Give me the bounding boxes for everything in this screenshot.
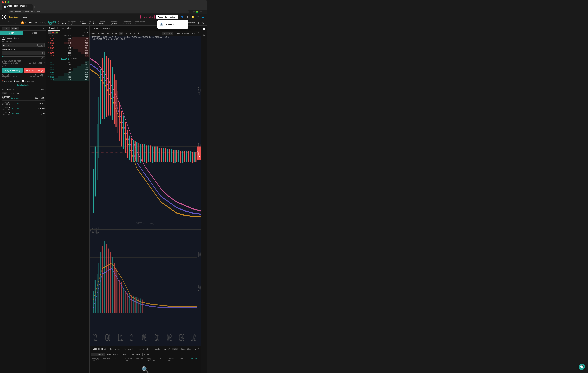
amount-down-btn[interactable]: ▼ <box>42 53 43 55</box>
bots-tab[interactable]: Bots (7) <box>162 347 171 351</box>
limit-tab[interactable]: Limit <box>1 36 5 40</box>
bid-row[interactable]: 17,013.6 1.26 7.25 <box>46 76 89 78</box>
5m-btn[interactable]: 5m <box>101 32 104 35</box>
chart-fullscreen-icon[interactable]: ⛶ <box>196 32 199 35</box>
mover-item[interactable]: ETH/USDT 12/06, 13:40 Large buy 610,893 <box>1 106 45 111</box>
chart-candle-icon[interactable]: 🕯 <box>125 32 128 35</box>
window-icon[interactable]: ▭ <box>200 11 202 13</box>
go-live-btn[interactable]: Go to live trading <box>0 83 46 87</box>
active-browser-tab[interactable]: 📊 17,019.2 BTCUSDT1209 | Buy... ✕ <box>2 4 33 10</box>
stop-tab[interactable]: Stop ▾ <box>14 37 19 39</box>
bottom-expand-icon[interactable]: ⊞ <box>198 348 199 350</box>
chart-draw-icon[interactable]: ✏ <box>133 32 136 35</box>
amount-slider-track[interactable] <box>1 56 45 57</box>
ask-row[interactable]: 17,018.2 0.69 2.69 <box>46 49 89 52</box>
ask-row[interactable]: 17,019.2 0.81 4.65 <box>46 44 89 47</box>
book-size-both[interactable]: ⬛ <box>48 31 51 34</box>
tab-close-btn[interactable]: ✕ <box>30 6 31 8</box>
forward-btn[interactable]: › <box>4 11 4 13</box>
right-icon-1[interactable]: 📋 <box>202 27 206 31</box>
close-window-btn[interactable] <box>2 1 4 3</box>
bid-row[interactable]: 17,011.8 1.28 8.53 <box>46 78 89 81</box>
bbo-btn[interactable]: BBO <box>38 44 43 46</box>
open-orders-tab[interactable]: Open orders (0) <box>91 347 107 351</box>
address-bar[interactable]: okx.com/trade-futures/btc-usdt-221209 <box>9 10 189 13</box>
mover-item[interactable]: KNC/USDT 12/06, 13:41 Large buy 369,587,… <box>1 95 45 101</box>
1w-btn[interactable]: 1W <box>119 32 123 35</box>
menu-icon[interactable]: ⋮ <box>203 11 205 13</box>
bid-row[interactable]: 17,015.0 1.23 5.99 <box>46 73 89 76</box>
mover-item[interactable]: ETH/USDT 12/06, 13:40 Large buy 513,522 <box>1 111 45 116</box>
tpsl-checkbox[interactable] <box>1 65 3 66</box>
position-history-tab[interactable]: Position history <box>136 347 152 351</box>
4h-btn[interactable]: 4h <box>115 32 118 35</box>
my-assets-item[interactable]: 🏦 My assets <box>158 21 188 27</box>
more-btn[interactable]: More › <box>40 89 45 90</box>
book-decimals[interactable]: 0.1 ▾ <box>84 32 88 33</box>
mover-item[interactable]: YFII/USDT 12/06, 13:41 Large buy 66,622 <box>1 101 45 106</box>
user-icon-btn[interactable]: 👤 <box>180 15 184 18</box>
position-builder-btn[interactable]: 📊 Position builder <box>22 80 36 82</box>
long-demo-btn[interactable]: Long (Demo trading) <box>1 68 22 73</box>
th-cancel-all[interactable]: Cancel all <box>190 358 199 362</box>
trailing-stop-filter[interactable]: Trailing stop <box>129 353 141 356</box>
depth-btn[interactable]: Depth <box>191 33 195 34</box>
ask-row[interactable]: 17,018.7 1.15 3.84 <box>46 47 89 49</box>
15m-btn[interactable]: 15m <box>105 32 110 35</box>
live-trading-btn[interactable]: ↩ Manual trading Live trading <box>140 15 155 19</box>
maximize-window-btn[interactable] <box>7 1 9 3</box>
calculator-btn[interactable]: 🧮 Calculator <box>1 80 12 82</box>
price-down-btn[interactable]: ▼ <box>37 45 38 46</box>
movers-all-filter[interactable]: All ▾ <box>1 92 7 94</box>
globe-icon-btn[interactable]: 🌐 <box>201 15 205 18</box>
ask-row[interactable]: 17,020.7 1.02 7.10 <box>46 39 89 42</box>
positions-tab[interactable]: Positions (0) <box>122 347 136 351</box>
bid-row[interactable]: 17,017.3 0.93 2.80 <box>46 66 89 68</box>
ask-row[interactable]: 17,022.0 0.86 7.96 <box>46 37 89 39</box>
order-settings-icon[interactable]: ⚙ <box>43 27 45 29</box>
extensions-icon[interactable]: 🧩 <box>196 11 199 13</box>
current-instrument-checkbox[interactable] <box>180 348 182 350</box>
notifications-icon-btn[interactable]: 🔔 <box>191 15 195 18</box>
bookmark-icon[interactable]: ☆ <box>193 11 195 13</box>
overview-tab[interactable]: Overview <box>100 26 112 31</box>
right-icon-2[interactable]: ⚙ <box>202 33 206 37</box>
bid-row[interactable]: 17,017.5 1.07 1.07 <box>46 61 89 64</box>
trading-bot-btn[interactable]: Trading bot <box>11 22 19 24</box>
line-btn[interactable]: Line <box>91 32 95 35</box>
ask-row[interactable]: 17,017.6 1.10 1.10 <box>46 54 89 57</box>
ask-row[interactable]: 17,017.7 0.90 2.00 <box>46 52 89 54</box>
bid-row[interactable]: 17,017.4 0.80 1.87 <box>46 64 89 66</box>
last-price-select[interactable]: Last Price ▾ <box>162 32 173 35</box>
open-btn[interactable]: Open <box>0 31 23 35</box>
price-stepper[interactable]: ▲ ▼ <box>37 44 38 46</box>
share-icon[interactable]: ⤴ <box>190 11 192 13</box>
minimize-window-btn[interactable] <box>5 1 7 3</box>
ask-row[interactable]: 17,019.6 1.43 6.08 <box>46 42 89 44</box>
trigger-filter[interactable]: Trigger <box>142 353 151 356</box>
close-btn[interactable]: Close <box>23 31 46 35</box>
price-input[interactable] <box>3 44 37 46</box>
tradingview-btn[interactable]: TradingView <box>180 33 190 34</box>
book-size-ask[interactable]: 🟥 <box>51 31 55 34</box>
pair-selector[interactable]: ₿ BTCUSDT1209 ▾ ✶ ⓘ <box>21 21 46 24</box>
layout-icon-btn[interactable]: ⊞ <box>197 21 200 24</box>
leverage-btn[interactable]: 10.00X <box>11 27 19 30</box>
settings-icon-btn[interactable]: ⚙ <box>202 21 205 24</box>
order-book-tab[interactable]: Order book <box>48 26 60 31</box>
advanced-limit-filter[interactable]: Advanced limit <box>106 353 120 356</box>
1m-btn[interactable]: 1m <box>96 32 100 35</box>
current-pair-check[interactable]: Current pair <box>8 92 20 94</box>
reload-btn[interactable]: ↻ <box>5 11 7 13</box>
current-instrument-check[interactable]: Current instrument <box>180 348 196 350</box>
order-history-tab[interactable]: Order history <box>108 347 122 351</box>
chart-settings-icon[interactable]: ⚙ <box>137 32 140 35</box>
back-btn[interactable]: ‹ <box>1 11 2 13</box>
last-trades-tab[interactable]: Last trades <box>60 26 72 31</box>
limit-market-filter[interactable]: Limit | Market <box>91 353 105 356</box>
chart-indicator-icon[interactable]: ↗ <box>129 32 132 35</box>
assets-demo-trading-btn[interactable]: Assets – Demo trading ▾ <box>156 15 178 19</box>
demo-trading-badge[interactable]: Demo trading <box>8 16 21 18</box>
amount-stepper[interactable]: ▲ ▼ <box>42 52 43 55</box>
bid-row[interactable]: 17,017.0 0.88 3.68 <box>46 68 89 71</box>
